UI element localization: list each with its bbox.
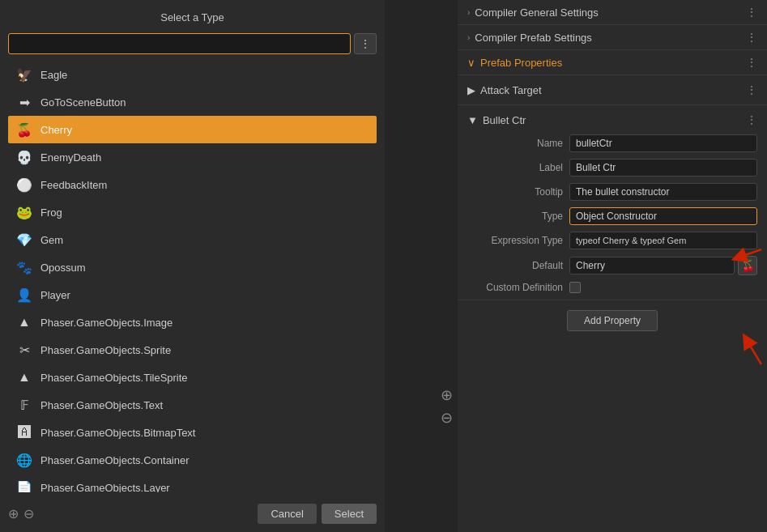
type-item-phaser-layer[interactable]: 📄Phaser.GameObjects.Layer	[8, 474, 377, 492]
footer-icons: ⊕ ⊖	[8, 506, 34, 521]
default-label: Default	[474, 260, 563, 271]
cancel-button[interactable]: Cancel	[258, 504, 316, 524]
phaser-bitmaptext-icon: 🅰	[15, 423, 34, 442]
phaser-bitmaptext-label: Phaser.GameObjects.BitmapText	[40, 427, 195, 439]
go-to-scene-button-icon: ➡	[15, 92, 34, 112]
name-label: Name	[474, 138, 563, 149]
custom-definition-checkbox[interactable]	[569, 282, 581, 293]
type-value[interactable]: Object Constructor	[569, 207, 757, 225]
select-button[interactable]: Select	[322, 504, 377, 524]
type-item-phaser-container[interactable]: 🌐Phaser.GameObjects.Container	[8, 446, 377, 474]
menu-dots-button[interactable]: ⋮	[354, 33, 377, 54]
expand-arrow-icon: ∨	[467, 57, 475, 69]
type-item-enemy-death[interactable]: 💀EnemyDeath	[8, 143, 377, 171]
label-label: Label	[474, 162, 563, 173]
go-to-scene-button-label: GoToSceneButton	[40, 96, 126, 109]
prefab-title-left: ∨ Prefab Properties	[467, 57, 562, 69]
frog-label: Frog	[40, 206, 62, 219]
section-menu-icon-2[interactable]: ⋮	[746, 31, 757, 44]
default-icon-button[interactable]: 🍒	[738, 256, 757, 275]
remove-icon[interactable]: ⊖	[23, 506, 34, 521]
default-value-container: Cherry 🍒	[569, 256, 757, 275]
type-item-player[interactable]: 👤Player	[8, 281, 377, 309]
expression-type-value[interactable]: typeof Cherry & typeof Gem	[569, 232, 757, 249]
compiler-prefab-section[interactable]: › Compiler Prefab Settings ⋮	[458, 25, 767, 50]
type-item-gem[interactable]: 💎Gem	[8, 226, 377, 253]
tooltip-value[interactable]: The bullet constructor	[569, 183, 757, 201]
type-item-phaser-image[interactable]: ▲Phaser.GameObjects.Image	[8, 309, 377, 336]
phaser-image-icon: ▲	[15, 313, 34, 332]
type-item-phaser-bitmaptext[interactable]: 🅰Phaser.GameObjects.BitmapText	[8, 419, 377, 446]
enemy-death-icon: 💀	[15, 147, 34, 167]
type-item-phaser-tilesprite[interactable]: ▲Phaser.GameObjects.TileSprite	[8, 364, 377, 391]
name-value[interactable]: bulletCtr	[569, 134, 757, 152]
type-item-feedback-item[interactable]: ⚪FeedbackItem	[8, 171, 377, 198]
gem-label: Gem	[40, 234, 63, 246]
search-input[interactable]	[8, 33, 351, 54]
dialog-footer: ⊕ ⊖ Cancel Select	[8, 499, 377, 524]
label-row: Label Bullet Ctr	[458, 155, 767, 180]
expression-type-label: Expression Type	[474, 235, 563, 246]
cherry-icon: 🍒	[15, 120, 34, 139]
phaser-image-label: Phaser.GameObjects.Image	[40, 317, 173, 329]
phaser-layer-icon: 📄	[15, 478, 34, 492]
player-icon: 👤	[15, 285, 34, 304]
section-menu-icon[interactable]: ⋮	[746, 6, 757, 19]
cherry-label: Cherry	[40, 124, 72, 136]
type-item-eagle[interactable]: 🦅Eagle	[8, 61, 377, 88]
default-value[interactable]: Cherry	[569, 257, 735, 275]
expanded-arrow-icon: ▼	[467, 114, 478, 126]
dialog-title: Select a Type	[8, 8, 377, 27]
compiler-general-section[interactable]: › Compiler General Settings ⋮	[458, 0, 767, 25]
bullet-ctr-header[interactable]: ▼ Bullet Ctr ⋮	[458, 109, 767, 131]
phaser-tilesprite-label: Phaser.GameObjects.TileSprite	[40, 372, 188, 384]
phaser-text-icon: 𝔽	[15, 395, 34, 415]
gem-icon: 💎	[15, 230, 34, 249]
add-property-button[interactable]: Add Property	[567, 310, 658, 331]
attack-target-header[interactable]: ▶ Attack Target ⋮	[458, 79, 767, 101]
type-item-go-to-scene-button[interactable]: ➡GoToSceneButton	[8, 88, 377, 116]
bullet-ctr-title: ▼ Bullet Ctr	[467, 114, 526, 126]
type-item-phaser-text[interactable]: 𝔽Phaser.GameObjects.Text	[8, 391, 377, 419]
attack-target-title: ▶ Attack Target	[467, 84, 542, 96]
phaser-layer-label: Phaser.GameObjects.Layer	[40, 482, 170, 493]
type-list: 🦅Eagle➡GoToSceneButton🍒Cherry💀EnemyDeath…	[8, 61, 377, 492]
type-label: Type	[474, 211, 563, 222]
prefab-properties-header: ∨ Prefab Properties ⋮	[458, 50, 767, 75]
expand-icon[interactable]: ⊖	[441, 409, 453, 427]
attack-target-menu-icon[interactable]: ⋮	[746, 83, 757, 96]
tooltip-label: Tooltip	[474, 186, 563, 198]
add-property-row: Add Property	[458, 300, 767, 341]
type-item-frog[interactable]: 🐸Frog	[8, 198, 377, 226]
collapsed-arrow-icon: ▶	[467, 84, 475, 96]
compiler-general-title: › Compiler General Settings	[467, 6, 599, 19]
player-label: Player	[40, 289, 70, 301]
chevron-icon: ›	[467, 8, 470, 17]
bullet-ctr-menu-icon[interactable]: ⋮	[746, 113, 757, 126]
default-row: Default Cherry 🍒	[458, 253, 767, 279]
add-icon[interactable]: ⊕	[8, 506, 19, 521]
frog-icon: 🐸	[15, 202, 34, 222]
name-row: Name bulletCtr	[458, 131, 767, 155]
phaser-container-icon: 🌐	[15, 450, 34, 470]
custom-definition-row: Custom Definition	[458, 279, 767, 296]
attack-target-group: ▶ Attack Target ⋮	[458, 75, 767, 105]
phaser-sprite-label: Phaser.GameObjects.Sprite	[40, 344, 171, 356]
eagle-label: Eagle	[40, 69, 67, 81]
expression-type-row: Expression Type typeof Cherry & typeof G…	[458, 228, 767, 253]
enemy-death-label: EnemyDeath	[40, 151, 101, 164]
footer-buttons: Cancel Select	[258, 504, 377, 524]
label-value[interactable]: Bullet Ctr	[569, 159, 757, 177]
collapse-icon[interactable]: ⊕	[441, 386, 453, 404]
opossum-label: Opossum	[40, 262, 86, 274]
type-item-phaser-sprite[interactable]: ✂Phaser.GameObjects.Sprite	[8, 336, 377, 364]
custom-definition-label: Custom Definition	[474, 282, 563, 293]
type-item-cherry[interactable]: 🍒Cherry	[8, 116, 377, 143]
prefab-menu-icon[interactable]: ⋮	[746, 56, 757, 69]
type-selector-dialog: Select a Type ⋮ 🦅Eagle➡GoToSceneButton🍒C…	[0, 0, 385, 532]
type-row: Type Object Constructor ↙	[458, 204, 767, 228]
chevron-icon-2: ›	[467, 33, 470, 42]
middle-strip: ⊕ ⊖	[385, 0, 458, 532]
opossum-icon: 🐾	[15, 257, 34, 277]
type-item-opossum[interactable]: 🐾Opossum	[8, 253, 377, 281]
